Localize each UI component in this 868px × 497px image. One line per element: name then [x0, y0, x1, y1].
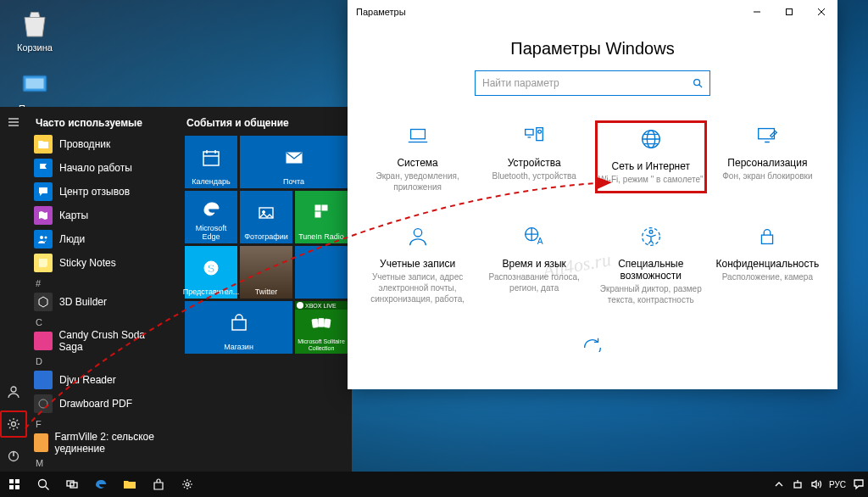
cards-icon [311, 309, 331, 338]
taskbar: РУС [0, 472, 868, 497]
svg-rect-43 [794, 483, 801, 488]
tile-empty[interactable] [295, 246, 348, 299]
settings-gear-icon[interactable] [0, 410, 27, 438]
list-separator-hash[interactable]: # [27, 275, 176, 290]
power-icon[interactable] [3, 446, 24, 466]
tile-calendar[interactable]: Календарь [185, 136, 237, 188]
svg-rect-20 [787, 9, 793, 15]
svg-text:A: A [537, 237, 543, 246]
svg-point-42 [186, 483, 189, 486]
desktop-icon-label: Корзина [17, 42, 53, 53]
settings-item-time-language[interactable]: A Время и язык Распознавание голоса, рег… [479, 222, 589, 305]
control-panel-icon [18, 68, 52, 102]
app-3dbuilder[interactable]: 3D Builder [27, 290, 176, 314]
svg-rect-12 [315, 205, 320, 210]
map-icon [34, 206, 53, 225]
settings-heading: Параметры Windows [348, 39, 837, 59]
accessibility-icon [596, 222, 706, 251]
app-drawboard[interactable]: Drawboard PDF [27, 392, 176, 416]
svg-rect-38 [15, 485, 19, 489]
taskbar-edge-icon[interactable] [86, 472, 115, 497]
window-maximize-button[interactable] [773, 0, 805, 24]
svg-point-7 [39, 399, 47, 408]
tray-action-center-icon[interactable] [853, 478, 865, 490]
svg-point-25 [538, 130, 542, 133]
app-explorer[interactable]: Проводник [27, 132, 176, 156]
start-button[interactable] [0, 472, 29, 497]
settings-item-privacy[interactable]: Конфиденциальность Расположение, камера [712, 222, 822, 305]
photos-icon [256, 193, 276, 232]
svg-point-21 [694, 80, 700, 86]
people-icon [34, 230, 53, 248]
chat-icon [34, 182, 53, 201]
window-minimize-button[interactable] [741, 0, 773, 24]
svg-rect-8 [203, 152, 219, 165]
devices-icon [479, 121, 589, 150]
settings-item-update-partial[interactable] [537, 335, 648, 352]
taskbar-explorer-icon[interactable] [115, 472, 144, 497]
list-separator-d[interactable]: D [27, 353, 176, 368]
window-titlebar[interactable]: Параметры [348, 0, 837, 24]
list-separator-m[interactable]: M [27, 455, 176, 470]
window-close-button[interactable] [805, 0, 837, 24]
document-icon [34, 371, 53, 389]
svg-point-2 [11, 387, 16, 392]
svg-rect-22 [410, 130, 425, 139]
settings-item-network[interactable]: Сеть и Интернет Wi-Fi, режим " в самолет… [596, 121, 706, 193]
search-icon [693, 78, 703, 88]
settings-item-personalization[interactable]: Персонализация Фон, экран блокировки [712, 121, 822, 193]
tray-chevron-up-icon[interactable] [773, 478, 785, 490]
tile-photos[interactable]: Фотографии [240, 191, 292, 243]
settings-window: Параметры Параметры Windows Найти параме… [348, 0, 837, 389]
svg-rect-37 [9, 485, 14, 489]
tile-mail[interactable]: Почта [240, 136, 348, 188]
globe-icon [596, 125, 706, 154]
app-maps[interactable]: Карты [27, 204, 176, 227]
settings-item-devices[interactable]: Устройства Bluetooth, устройства [479, 121, 589, 193]
recycle-bin-icon [18, 7, 52, 41]
list-separator-c[interactable]: C [27, 314, 176, 329]
note-icon [34, 254, 53, 272]
tile-store[interactable]: Магазин [185, 301, 292, 354]
store-icon [229, 304, 249, 343]
taskbar-store-icon[interactable] [144, 472, 173, 497]
tile-edge[interactable]: Microsoft Edge [185, 191, 237, 243]
app-sticky[interactable]: Sticky Notes [27, 251, 176, 275]
taskbar-settings-icon[interactable] [173, 472, 202, 497]
tray-keyboard-lang[interactable]: РУС [829, 480, 846, 489]
list-separator-f[interactable]: F [27, 416, 176, 431]
tile-twitter[interactable]: Twitter [240, 246, 292, 299]
app-getstarted[interactable]: Начало работы [27, 156, 176, 180]
app-farmville[interactable]: FarmVille 2: сельское уединение [27, 431, 176, 455]
tiles-header: События и общение [186, 117, 343, 129]
svg-rect-34 [762, 235, 773, 243]
xbox-badge: XBOX LIVE [295, 301, 348, 310]
hamburger-icon[interactable] [3, 112, 24, 132]
tile-solitaire[interactable]: XBOX LIVEMicrosoft Solitaire Collection [295, 301, 348, 354]
taskbar-search-icon[interactable] [29, 472, 58, 497]
svg-point-3 [12, 422, 16, 427]
app-feedback[interactable]: Центр отзывов [27, 180, 176, 204]
tray-network-icon[interactable] [792, 478, 804, 490]
start-menu-rail [0, 107, 27, 472]
calendar-icon [201, 138, 221, 177]
settings-item-accessibility[interactable]: Специальные возможности Экранный диктор,… [596, 222, 706, 305]
taskbar-taskview-icon[interactable] [58, 472, 86, 497]
settings-item-system[interactable]: Система Экран, уведомления, приложения [363, 121, 473, 193]
app-candycrush[interactable]: Candy Crush Soda Saga [27, 329, 176, 353]
candy-icon [34, 332, 53, 350]
tray-volume-icon[interactable] [810, 478, 822, 490]
app-people[interactable]: Люди [27, 227, 176, 251]
folder-icon [34, 135, 53, 154]
settings-item-accounts[interactable]: Учетные записи Учетные записи, адрес эле… [363, 222, 473, 305]
settings-search-input[interactable]: Найти параметр [475, 70, 710, 96]
monitor-brush-icon [712, 121, 822, 150]
tile-tunein[interactable]: TuneIn Radio [295, 191, 348, 243]
user-account-icon[interactable] [3, 382, 24, 402]
desktop-icon-recycle-bin[interactable]: Корзина [5, 7, 64, 53]
pdf-icon [34, 394, 53, 413]
svg-rect-18 [319, 318, 324, 327]
tile-skype[interactable]: SПредставител... [185, 246, 237, 299]
radio-icon [311, 193, 331, 232]
app-djvu[interactable]: Djvu Reader [27, 368, 176, 392]
